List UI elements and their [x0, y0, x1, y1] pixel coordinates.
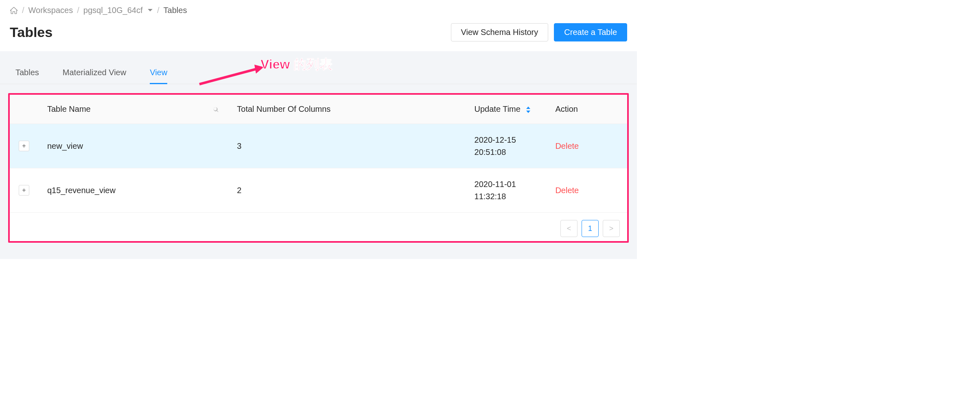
search-icon[interactable] [212, 106, 219, 113]
column-header-table-name-label: Table Name [47, 104, 91, 114]
tab-materialized-view[interactable]: Materialized View [63, 68, 126, 84]
pagination-prev-button[interactable]: < [560, 220, 578, 237]
breadcrumb-workspace-name: pgsql_10G_64cf [83, 6, 143, 15]
chevron-down-icon [147, 7, 153, 13]
breadcrumb-workspace-dropdown[interactable]: pgsql_10G_64cf [83, 6, 153, 15]
cell-total-columns: 3 [228, 124, 465, 168]
table-card: Table Name Total Number Of Columns Updat… [8, 93, 629, 243]
column-header-action: Action [546, 95, 627, 124]
cell-table-name: new_view [38, 124, 228, 168]
breadcrumb-current: Tables [164, 6, 187, 15]
create-table-button[interactable]: Create a Table [554, 23, 627, 41]
column-header-update-time-label: Update Time [475, 104, 521, 113]
home-icon[interactable] [10, 7, 18, 15]
table-row: + new_view 3 2020-12-15 20:51:08 Delete [10, 124, 627, 168]
sort-icon [526, 107, 531, 113]
cell-total-columns: 2 [228, 168, 465, 213]
column-header-table-name[interactable]: Table Name [38, 95, 228, 124]
column-header-update-time[interactable]: Update Time [466, 95, 547, 124]
tab-view[interactable]: View [150, 68, 167, 84]
cell-update-time: 2020-11-01 11:32:18 [466, 168, 547, 213]
cell-table-name: q15_revenue_view [38, 168, 228, 213]
view-schema-history-button[interactable]: View Schema History [451, 23, 549, 41]
cell-update-time: 2020-12-15 20:51:08 [466, 124, 547, 168]
table-row: + q15_revenue_view 2 2020-11-01 11:32:18… [10, 168, 627, 213]
breadcrumb-separator: / [77, 6, 79, 15]
annotation-arrow-icon [197, 65, 265, 86]
pagination-page-1[interactable]: 1 [582, 220, 599, 237]
breadcrumb-separator: / [22, 6, 24, 15]
data-table: Table Name Total Number Of Columns Updat… [10, 95, 627, 213]
tab-tables[interactable]: Tables [15, 68, 39, 84]
annotation-label: View 的列表 [260, 56, 332, 74]
delete-button[interactable]: Delete [555, 141, 579, 150]
page-title: Tables [10, 24, 52, 40]
breadcrumb-separator: / [157, 6, 160, 15]
delete-button[interactable]: Delete [555, 186, 579, 195]
breadcrumb: / Workspaces / pgsql_10G_64cf / Tables [10, 6, 627, 15]
expand-row-button[interactable]: + [19, 185, 29, 196]
expand-row-button[interactable]: + [19, 141, 29, 151]
pagination-next-button[interactable]: > [603, 220, 620, 237]
column-header-total-columns: Total Number Of Columns [228, 95, 465, 124]
column-header-expand [10, 95, 38, 124]
breadcrumb-workspaces[interactable]: Workspaces [28, 6, 73, 15]
pagination: < 1 > [10, 213, 627, 241]
